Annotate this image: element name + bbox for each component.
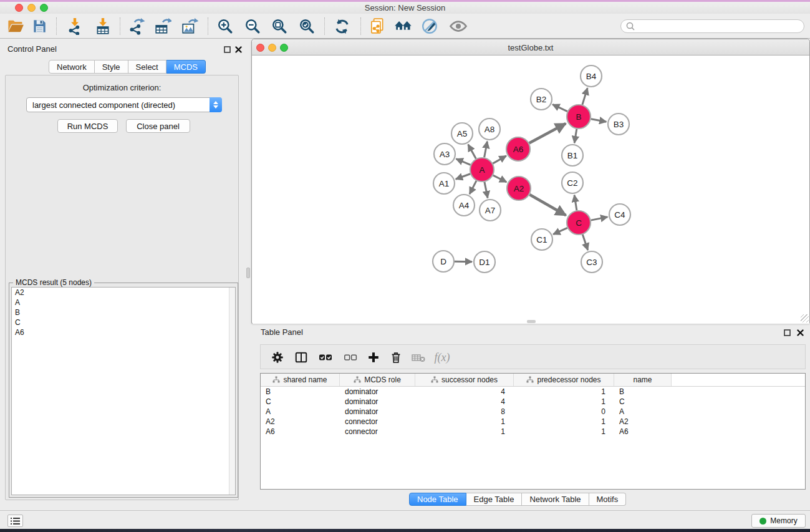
tab-select[interactable]: Select (128, 60, 166, 74)
tab-edge-table[interactable]: Edge Table (466, 493, 523, 506)
graph-node-C4[interactable]: C4 (609, 204, 630, 225)
graph-node-B3[interactable]: B3 (608, 114, 629, 135)
graph-node-C2[interactable]: C2 (562, 172, 583, 193)
graph-node-D1[interactable]: D1 (474, 251, 495, 273)
new-network-from-selection-button[interactable] (367, 17, 388, 36)
graph-node-A8[interactable]: A8 (479, 118, 500, 140)
graph-node-A1[interactable]: A1 (433, 173, 455, 194)
create-column-button[interactable] (364, 349, 383, 366)
column-header[interactable]: name (614, 374, 672, 386)
result-list-item[interactable]: A (12, 297, 235, 307)
table-row[interactable]: A2connector11A2 (261, 417, 805, 427)
show-column-panel-button[interactable] (292, 349, 311, 366)
column-header[interactable]: MCDS role (340, 374, 415, 386)
graph-edge-B-B3[interactable] (591, 119, 607, 122)
graph-edge-B-B2[interactable] (552, 104, 567, 111)
tab-node-table[interactable]: Node Table (409, 493, 466, 506)
open-file-button[interactable] (5, 17, 26, 36)
dropdown-stepper[interactable] (210, 97, 222, 112)
result-list-item[interactable]: C (12, 317, 235, 327)
column-header[interactable]: shared name (261, 374, 340, 386)
network-hscroll-thumb[interactable] (527, 320, 536, 323)
graph-node-A[interactable]: A (470, 158, 494, 181)
graph-node-C3[interactable]: C3 (581, 251, 602, 273)
delete-column-button[interactable] (387, 349, 405, 366)
unselect-all-columns-button[interactable] (341, 349, 360, 366)
import-network-button[interactable] (64, 17, 85, 36)
zoom-out-button[interactable] (242, 17, 263, 36)
mcds-result-list[interactable]: A2ABCA6 (11, 287, 236, 495)
zoom-selected-button[interactable] (296, 17, 317, 36)
column-header[interactable]: predecessor nodes (514, 374, 614, 386)
table-options-button[interactable] (268, 349, 287, 366)
graph-edge-A-A7[interactable] (485, 182, 488, 198)
tab-style[interactable]: Style (95, 60, 128, 74)
graph-edge-B-B4[interactable] (582, 88, 587, 105)
refresh-layout-button[interactable] (331, 17, 352, 36)
optimization-criterion-dropdown[interactable]: largest connected component (directed) (26, 97, 222, 112)
graph-edge-A-A3[interactable] (456, 159, 470, 165)
graph-edge-C-C2[interactable] (574, 195, 577, 210)
graph-node-A2[interactable]: A2 (507, 177, 531, 200)
graph-node-D[interactable]: D (433, 251, 454, 272)
control-panel-float-button[interactable] (223, 46, 231, 54)
graph-node-B2[interactable]: B2 (531, 89, 552, 110)
task-history-button[interactable] (7, 515, 23, 527)
graph-edge-A2-C[interactable] (529, 195, 566, 215)
table-row[interactable]: Cdominator41C (261, 397, 805, 407)
graph-node-B[interactable]: B (567, 105, 591, 128)
table-row[interactable]: Bdominator41B (261, 387, 805, 397)
graph-node-C[interactable]: C (567, 211, 591, 235)
graph-edge-A-A1[interactable] (456, 174, 470, 179)
tab-network[interactable]: Network (49, 60, 95, 74)
select-all-columns-button[interactable] (316, 349, 335, 366)
table-row[interactable]: A6connector11A6 (261, 427, 805, 437)
first-neighbors-button[interactable] (393, 17, 414, 36)
network-graph[interactable]: AA1A2A3A4A5A6A7A8BB1B2B3B4CC1C2C3C4DD1 (253, 56, 809, 324)
graph-node-B4[interactable]: B4 (581, 65, 602, 87)
zoom-fit-button[interactable] (269, 17, 290, 36)
column-header[interactable]: successor nodes (415, 374, 514, 386)
result-list-item[interactable]: A2 (12, 288, 235, 297)
graph-node-C1[interactable]: C1 (531, 229, 552, 250)
graph-node-A3[interactable]: A3 (434, 143, 455, 165)
zoom-in-button[interactable] (215, 17, 236, 36)
graph-edge-A6-B[interactable] (529, 123, 566, 143)
hide-graphics-details-button[interactable] (420, 17, 441, 36)
show-graphics-details-button[interactable] (448, 17, 469, 36)
graph-edge-C-C4[interactable] (591, 217, 608, 220)
run-mcds-button[interactable]: Run MCDS (57, 119, 118, 133)
delete-table-button[interactable] (409, 349, 428, 366)
control-panel-close-button[interactable] (234, 46, 243, 54)
result-list-item[interactable]: B (12, 307, 235, 317)
graph-edge-C-C3[interactable] (582, 235, 587, 250)
close-panel-button[interactable]: Close panel (126, 119, 190, 133)
panel-splitter-handle[interactable] (246, 268, 250, 278)
export-image-button[interactable] (179, 17, 200, 36)
result-list-item[interactable]: A6 (12, 327, 235, 337)
function-builder-button[interactable]: f(x) (433, 349, 451, 366)
window-resize-grip[interactable] (801, 314, 809, 322)
graph-edge-A-A8[interactable] (485, 142, 488, 158)
network-window-titlebar[interactable]: testGlobe.txt (252, 39, 809, 56)
table-panel-float-button[interactable] (783, 329, 791, 337)
result-list-scrollbar[interactable] (229, 288, 235, 495)
graph-node-A4[interactable]: A4 (453, 195, 475, 216)
graph-edge-B-B1[interactable] (574, 129, 577, 143)
graph-edge-A-A5[interactable] (468, 145, 476, 159)
network-canvas[interactable]: AA1A2A3A4A5A6A7A8BB1B2B3B4CC1C2C3C4DD1 (253, 56, 809, 324)
save-session-button[interactable] (29, 17, 50, 36)
graph-edge-A-A2[interactable] (493, 175, 507, 182)
import-table-button[interactable] (92, 17, 113, 36)
table-row[interactable]: Adominator80A (261, 407, 805, 417)
memory-button[interactable]: Memory (751, 514, 806, 528)
graph-node-A5[interactable]: A5 (451, 123, 473, 144)
export-network-button[interactable] (126, 17, 147, 36)
tab-motifs[interactable]: Motifs (589, 493, 627, 506)
graph-node-A7[interactable]: A7 (480, 200, 501, 221)
graph-edge-A-A4[interactable] (470, 181, 476, 194)
tab-network-table[interactable]: Network Table (522, 493, 589, 506)
export-table-button[interactable] (152, 17, 173, 36)
tab-mcds[interactable]: MCDS (166, 60, 206, 74)
graph-edge-A-A6[interactable] (493, 156, 506, 163)
